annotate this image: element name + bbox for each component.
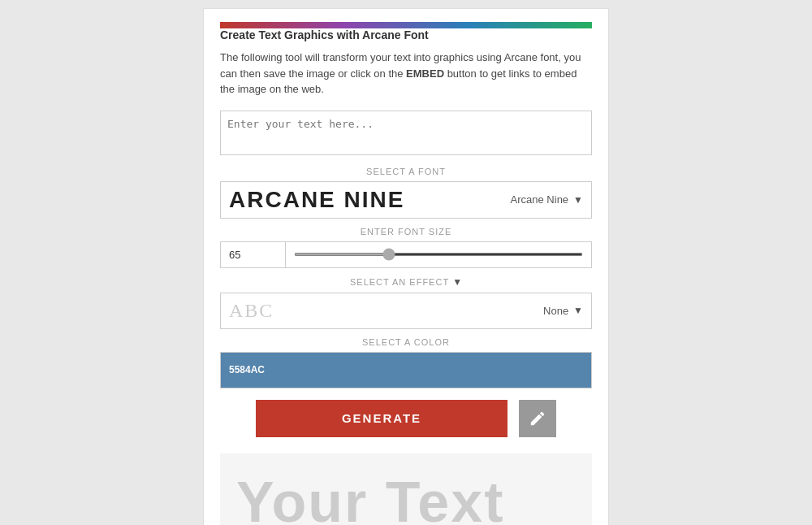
effect-header: SELECT AN EFFECT ▼ <box>220 276 592 288</box>
embed-button[interactable] <box>519 400 556 437</box>
text-input[interactable] <box>220 111 592 155</box>
font-selector-label: SELECT A FONT <box>220 167 592 176</box>
selected-effect-label: None <box>543 305 568 317</box>
font-size-input[interactable] <box>221 242 286 267</box>
font-select-right[interactable]: Arcane Nine ▼ <box>511 193 583 206</box>
top-image-strip <box>220 22 592 28</box>
font-size-slider[interactable] <box>294 253 583 256</box>
font-dropdown-arrow: ▼ <box>573 194 583 206</box>
font-size-row <box>220 241 592 268</box>
pencil-icon <box>529 410 546 427</box>
font-selector[interactable]: ARCANE NINE Arcane Nine ▼ <box>220 181 592 219</box>
font-size-label: ENTER FONT SIZE <box>220 227 592 236</box>
effect-selector-label: SELECT AN EFFECT <box>350 277 449 287</box>
main-content: Create Text Graphics with Arcane Font Th… <box>203 8 609 525</box>
generate-button[interactable]: GENERATE <box>256 400 508 437</box>
description: The following tool will transform your t… <box>220 50 592 98</box>
effect-section: SELECT AN EFFECT ▼ ABC None ▼ <box>220 276 592 329</box>
color-section: SELECT A COLOR 5584AC <box>220 337 592 388</box>
page-title: Create Text Graphics with Arcane Font <box>220 28 592 41</box>
page-wrapper: Create Text Graphics with Arcane Font Th… <box>0 0 812 525</box>
color-selector-label: SELECT A COLOR <box>220 337 592 347</box>
effect-dropdown-arrow: ▼ <box>573 305 583 316</box>
preview-placeholder-text: Your Text Here <box>236 470 576 526</box>
action-row: GENERATE <box>220 400 592 437</box>
slider-track <box>286 253 591 256</box>
effect-preview-text: ABC <box>229 300 274 322</box>
effect-selector[interactable]: ABC None ▼ <box>220 293 592 329</box>
font-preview-text: ARCANE NINE <box>229 187 404 213</box>
color-value-label: 5584AC <box>229 364 265 375</box>
preview-section: Your Text Here <box>220 453 592 526</box>
font-size-section: ENTER FONT SIZE <box>220 227 592 268</box>
effect-right[interactable]: None ▼ <box>543 305 583 317</box>
selected-font-label: Arcane Nine <box>511 193 569 206</box>
effect-header-arrow: ▼ <box>452 276 462 288</box>
color-bar[interactable]: 5584AC <box>220 352 592 388</box>
